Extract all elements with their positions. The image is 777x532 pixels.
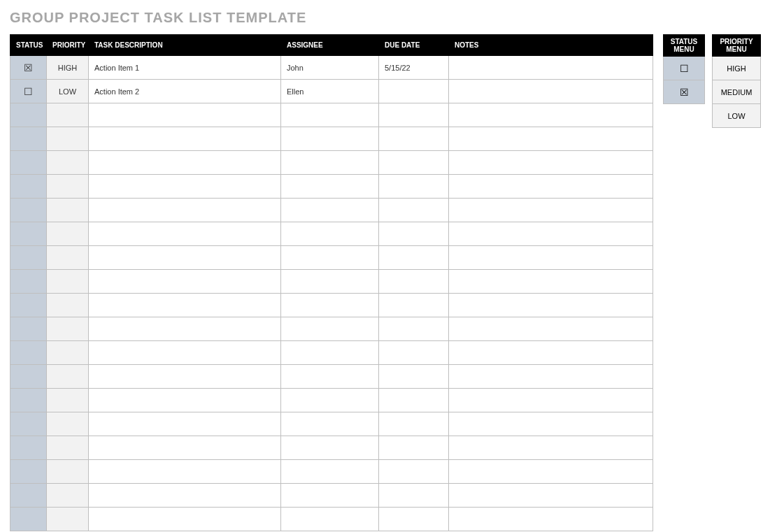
priority-cell[interactable] [47, 389, 89, 412]
due-date-cell[interactable] [379, 270, 449, 294]
notes-cell[interactable] [449, 341, 653, 365]
status-cell[interactable] [10, 341, 47, 365]
status-cell[interactable]: ☐ [10, 80, 47, 103]
due-date-cell[interactable] [379, 127, 449, 151]
assignee-cell[interactable] [281, 103, 379, 127]
priority-cell[interactable]: HIGH [47, 56, 89, 80]
status-cell[interactable] [10, 365, 47, 389]
status-cell[interactable] [10, 389, 47, 412]
status-cell[interactable] [10, 103, 47, 127]
due-date-cell[interactable] [379, 412, 449, 436]
status-cell[interactable] [10, 151, 47, 175]
status-cell[interactable] [10, 175, 47, 199]
due-date-cell[interactable]: 5/15/22 [379, 56, 449, 80]
status-cell[interactable] [10, 484, 47, 508]
notes-cell[interactable] [449, 222, 653, 246]
task-description-cell[interactable] [89, 294, 281, 317]
notes-cell[interactable] [449, 175, 653, 199]
priority-menu-item[interactable]: LOW [713, 104, 761, 128]
notes-cell[interactable] [449, 199, 653, 222]
task-description-cell[interactable] [89, 127, 281, 151]
assignee-cell[interactable] [281, 246, 379, 270]
due-date-cell[interactable] [379, 389, 449, 412]
due-date-cell[interactable] [379, 246, 449, 270]
status-cell[interactable] [10, 270, 47, 294]
assignee-cell[interactable] [281, 270, 379, 294]
task-description-cell[interactable] [89, 199, 281, 222]
due-date-cell[interactable] [379, 341, 449, 365]
notes-cell[interactable] [449, 460, 653, 484]
task-description-cell[interactable] [89, 103, 281, 127]
status-cell[interactable] [10, 436, 47, 460]
notes-cell[interactable] [449, 151, 653, 175]
priority-cell[interactable] [47, 175, 89, 199]
priority-cell[interactable] [47, 294, 89, 317]
task-description-cell[interactable] [89, 246, 281, 270]
task-description-cell[interactable] [89, 484, 281, 508]
notes-cell[interactable] [449, 412, 653, 436]
notes-cell[interactable] [449, 80, 653, 103]
due-date-cell[interactable] [379, 103, 449, 127]
due-date-cell[interactable] [379, 460, 449, 484]
assignee-cell[interactable]: Ellen [281, 80, 379, 103]
task-description-cell[interactable]: Action Item 2 [89, 80, 281, 103]
notes-cell[interactable] [449, 484, 653, 508]
priority-cell[interactable] [47, 103, 89, 127]
task-description-cell[interactable] [89, 436, 281, 460]
task-description-cell[interactable] [89, 389, 281, 412]
assignee-cell[interactable] [281, 317, 379, 341]
priority-menu-item[interactable]: MEDIUM [713, 80, 761, 104]
notes-cell[interactable] [449, 294, 653, 317]
status-menu-item[interactable]: ☒ [664, 80, 705, 104]
priority-cell[interactable] [47, 460, 89, 484]
due-date-cell[interactable] [379, 508, 449, 531]
status-cell[interactable] [10, 508, 47, 531]
due-date-cell[interactable] [379, 294, 449, 317]
notes-cell[interactable] [449, 246, 653, 270]
status-cell[interactable] [10, 460, 47, 484]
assignee-cell[interactable] [281, 151, 379, 175]
notes-cell[interactable] [449, 103, 653, 127]
task-description-cell[interactable] [89, 460, 281, 484]
notes-cell[interactable] [449, 508, 653, 531]
due-date-cell[interactable] [379, 80, 449, 103]
assignee-cell[interactable] [281, 412, 379, 436]
assignee-cell[interactable] [281, 294, 379, 317]
due-date-cell[interactable] [379, 317, 449, 341]
status-cell[interactable] [10, 199, 47, 222]
priority-cell[interactable] [47, 151, 89, 175]
notes-cell[interactable] [449, 317, 653, 341]
status-cell[interactable] [10, 317, 47, 341]
status-cell[interactable] [10, 246, 47, 270]
due-date-cell[interactable] [379, 199, 449, 222]
priority-cell[interactable] [47, 436, 89, 460]
due-date-cell[interactable] [379, 151, 449, 175]
task-description-cell[interactable] [89, 151, 281, 175]
due-date-cell[interactable] [379, 175, 449, 199]
notes-cell[interactable] [449, 56, 653, 80]
priority-cell[interactable] [47, 508, 89, 531]
priority-cell[interactable] [47, 199, 89, 222]
assignee-cell[interactable] [281, 389, 379, 412]
assignee-cell[interactable] [281, 365, 379, 389]
priority-cell[interactable] [47, 246, 89, 270]
task-description-cell[interactable] [89, 341, 281, 365]
notes-cell[interactable] [449, 127, 653, 151]
status-cell[interactable] [10, 294, 47, 317]
task-description-cell[interactable] [89, 317, 281, 341]
priority-cell[interactable] [47, 270, 89, 294]
assignee-cell[interactable] [281, 199, 379, 222]
assignee-cell[interactable] [281, 460, 379, 484]
status-menu-item[interactable]: ☐ [664, 57, 705, 80]
assignee-cell[interactable]: John [281, 56, 379, 80]
notes-cell[interactable] [449, 365, 653, 389]
priority-cell[interactable] [47, 317, 89, 341]
priority-cell[interactable] [47, 412, 89, 436]
notes-cell[interactable] [449, 436, 653, 460]
priority-cell[interactable] [47, 222, 89, 246]
priority-cell[interactable] [47, 365, 89, 389]
task-description-cell[interactable] [89, 412, 281, 436]
priority-cell[interactable]: LOW [47, 80, 89, 103]
due-date-cell[interactable] [379, 484, 449, 508]
priority-cell[interactable] [47, 484, 89, 508]
